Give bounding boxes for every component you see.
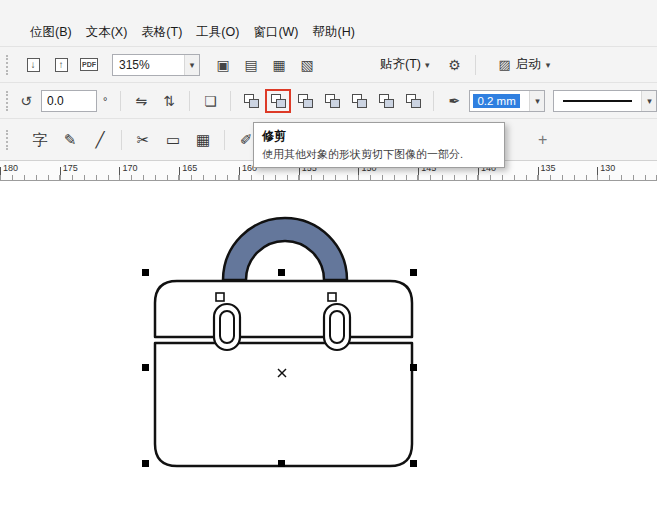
selection-handle[interactable] bbox=[410, 269, 417, 276]
create-boundary-button[interactable] bbox=[400, 89, 426, 113]
menu-tools[interactable]: 工具(O) bbox=[190, 20, 245, 45]
shape-square-front bbox=[276, 99, 286, 108]
ruler-label: 130 bbox=[600, 163, 615, 173]
text-tool[interactable]: 字 bbox=[26, 126, 54, 154]
weld-button[interactable] bbox=[238, 89, 264, 113]
mirror-horizontal-icon[interactable]: ⇋ bbox=[128, 88, 154, 114]
menu-help[interactable]: 帮助(H) bbox=[307, 20, 361, 45]
mirror-buttons-group: ⇋⇅ bbox=[128, 88, 182, 114]
toolbar-grip[interactable] bbox=[6, 55, 15, 75]
shape-square-front bbox=[249, 99, 259, 108]
separator bbox=[121, 130, 122, 150]
outline-pen-icon: ✒ bbox=[441, 88, 467, 114]
selection-handle[interactable] bbox=[142, 460, 149, 467]
tooltip-description: 使用其他对象的形状剪切下图像的一部分. bbox=[262, 147, 496, 161]
outline-width-combo[interactable]: 0.2 mm ▾ bbox=[469, 90, 545, 112]
clasp-keeper-right bbox=[328, 293, 336, 301]
zoom-level-combo[interactable]: 315% ▾ bbox=[112, 54, 200, 76]
ruler-label: 175 bbox=[63, 163, 78, 173]
chevron-down-icon[interactable]: ▾ bbox=[529, 91, 544, 111]
ruler-cell: 170 bbox=[119, 161, 179, 180]
options-gear-icon[interactable]: ⚙ bbox=[442, 52, 468, 78]
rotation-icon: ↺ bbox=[13, 88, 39, 114]
shape-square-front bbox=[411, 99, 421, 108]
separator bbox=[224, 130, 225, 150]
outline-width-value: 0.2 mm bbox=[473, 94, 519, 108]
bezier-tool[interactable]: ╱ bbox=[86, 126, 114, 154]
tooltip: 修剪 使用其他对象的形状剪切下图像的一部分. bbox=[253, 122, 505, 168]
menu-text[interactable]: 文本(X) bbox=[80, 20, 134, 45]
view-icons-group: ▣▤▦▧ bbox=[210, 52, 320, 78]
show-rulers-icon[interactable]: ▤ bbox=[238, 52, 264, 78]
ruler-cell: 165 bbox=[179, 161, 239, 180]
chevron-down-icon: ▾ bbox=[546, 60, 551, 70]
publish-pdf-icon[interactable]: PDF bbox=[76, 52, 102, 78]
file-icons-group: ↓↑PDF bbox=[20, 52, 102, 78]
chevron-down-icon: ▾ bbox=[425, 60, 430, 70]
selection-handle[interactable] bbox=[410, 460, 417, 467]
zoom-level-value: 315% bbox=[113, 58, 184, 72]
back-minus-front-button[interactable] bbox=[373, 89, 399, 113]
show-grid-icon[interactable]: ▦ bbox=[266, 52, 292, 78]
snap-to-label: 贴齐(T) bbox=[380, 56, 421, 73]
separator bbox=[230, 91, 231, 111]
snap-to-menu-button[interactable]: 贴齐(T) ▾ bbox=[380, 56, 430, 73]
shape-square-front bbox=[330, 99, 340, 108]
shaping-buttons-group bbox=[238, 89, 426, 113]
freehand-tool[interactable]: ✎ bbox=[56, 126, 84, 154]
ruler-cell: 180 bbox=[0, 161, 60, 180]
front-minus-back-button[interactable] bbox=[346, 89, 372, 113]
launcher-icon: ▨ bbox=[499, 57, 511, 72]
bag-body[interactable] bbox=[155, 343, 412, 466]
application-launcher-button[interactable]: ▨ 启动 ▾ bbox=[499, 56, 551, 73]
ruler-label: 170 bbox=[122, 163, 137, 173]
rotation-angle-input[interactable] bbox=[41, 90, 97, 112]
menu-window[interactable]: 窗口(W) bbox=[247, 20, 304, 45]
tooltip-title: 修剪 bbox=[262, 128, 496, 145]
ruler-cell: 175 bbox=[60, 161, 120, 180]
app-window: 位图(B)文本(X)表格(T)工具(O)窗口(W)帮助(H) ↓↑PDF 315… bbox=[0, 0, 657, 528]
standard-toolbar: ↓↑PDF 315% ▾ ▣▤▦▧ 贴齐(T) ▾ ⚙ ▨ 启动 ▾ bbox=[0, 46, 657, 82]
shape-square-front bbox=[384, 99, 394, 108]
ruler-label: 180 bbox=[3, 163, 18, 173]
mirror-vertical-icon[interactable]: ⇅ bbox=[156, 88, 182, 114]
export-icon[interactable]: ↑ bbox=[48, 52, 74, 78]
ruler-cell: 130 bbox=[597, 161, 657, 180]
show-guidelines-icon[interactable]: ▧ bbox=[294, 52, 320, 78]
selection-handle[interactable] bbox=[278, 460, 285, 467]
selection-handle[interactable] bbox=[278, 269, 285, 276]
simplify-button[interactable] bbox=[319, 89, 345, 113]
line-style-combo[interactable]: ▾ bbox=[553, 90, 657, 112]
intersect-button[interactable] bbox=[292, 89, 318, 113]
menu-bitmap[interactable]: 位图(B) bbox=[24, 20, 78, 45]
clasp-keeper-left bbox=[216, 293, 224, 301]
graph-paper-tool[interactable]: ▦ bbox=[189, 126, 217, 154]
menu-table[interactable]: 表格(T) bbox=[135, 20, 188, 45]
chevron-down-icon[interactable]: ▾ bbox=[641, 91, 656, 111]
drawing-canvas[interactable] bbox=[0, 181, 657, 528]
fullscreen-preview-icon[interactable]: ▣ bbox=[210, 52, 236, 78]
rectangle-tool[interactable]: ▭ bbox=[159, 126, 187, 154]
selection-handle[interactable] bbox=[142, 269, 149, 276]
toolbox-overflow-button[interactable]: + bbox=[538, 131, 547, 149]
separator bbox=[433, 91, 434, 111]
toolbar-grip[interactable] bbox=[6, 91, 8, 111]
launcher-label: 启动 bbox=[516, 56, 541, 73]
wrap-boundary-icon[interactable]: ❏ bbox=[197, 88, 223, 114]
shape-square-front bbox=[303, 99, 313, 108]
selection-handle[interactable] bbox=[410, 364, 417, 371]
chevron-down-icon[interactable]: ▾ bbox=[184, 55, 199, 75]
shape-square-front bbox=[357, 99, 367, 108]
knife-tool[interactable]: ✂ bbox=[129, 126, 157, 154]
line-style-sample bbox=[563, 100, 632, 102]
titlebar-strip bbox=[0, 0, 657, 18]
property-bar: ↺ ° ⇋⇅ ❏ ✒ 0.2 mm ▾ ▾ bbox=[0, 82, 657, 118]
import-icon[interactable]: ↓ bbox=[20, 52, 46, 78]
selection-handle[interactable] bbox=[142, 364, 149, 371]
toolbox-drawing bbox=[140, 211, 430, 481]
trim-button[interactable] bbox=[265, 89, 291, 113]
bag-lid[interactable] bbox=[155, 281, 412, 337]
rotation-unit-label: ° bbox=[103, 95, 107, 107]
toolbar-grip[interactable] bbox=[6, 130, 15, 150]
separator bbox=[120, 91, 121, 111]
